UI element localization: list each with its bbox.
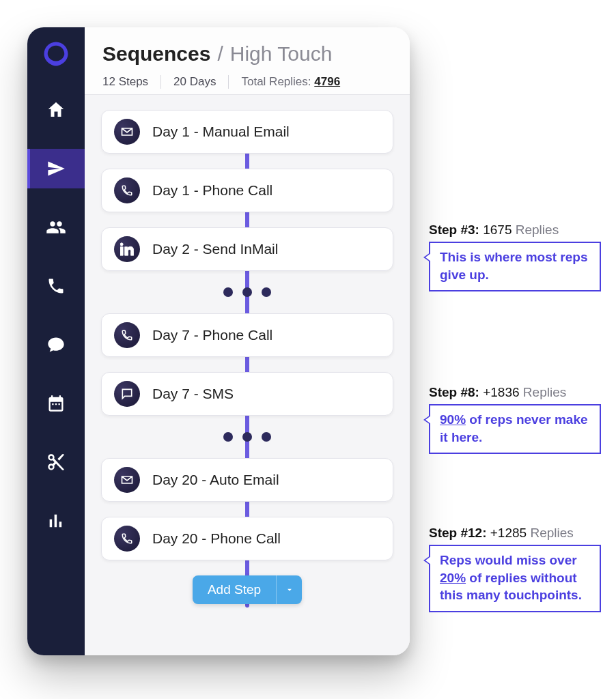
callout-body: 90% of reps never make it here. bbox=[429, 404, 601, 454]
sms-icon bbox=[114, 381, 140, 407]
meta-replies: Total Replies: 4796 bbox=[229, 75, 352, 89]
meta-replies-label: Total Replies: bbox=[241, 75, 311, 88]
phone-icon bbox=[114, 177, 140, 203]
breadcrumb: Sequences / High Touch bbox=[102, 42, 392, 66]
step-card[interactable]: Day 7 - SMS bbox=[101, 372, 393, 416]
step-card[interactable]: Day 2 - Send InMail bbox=[101, 227, 393, 271]
ellipsis-indicator bbox=[101, 287, 393, 297]
step-card[interactable]: Day 7 - Phone Call bbox=[101, 313, 393, 357]
mail-icon bbox=[114, 119, 140, 145]
phone-icon bbox=[114, 526, 140, 552]
step-card[interactable]: Day 1 - Manual Email bbox=[101, 110, 393, 154]
meta-days: 20 Days bbox=[161, 75, 229, 89]
step-card[interactable]: Day 1 - Phone Call bbox=[101, 169, 393, 212]
callout-step-8: Step #8: +1836 Replies 90% of reps never… bbox=[429, 385, 601, 454]
callout-header: Step #8: +1836 Replies bbox=[429, 385, 601, 400]
meta-replies-value[interactable]: 4796 bbox=[314, 75, 340, 88]
step-label: Day 2 - Send InMail bbox=[152, 241, 278, 257]
phone-icon bbox=[114, 322, 140, 348]
callout-header: Step #3: 1675 Replies bbox=[429, 223, 601, 238]
breadcrumb-separator: / bbox=[217, 42, 223, 66]
step-card[interactable]: Day 20 - Phone Call bbox=[101, 517, 393, 560]
breadcrumb-current: High Touch bbox=[230, 42, 333, 66]
app-window: Sequences / High Touch 12 Steps 20 Days … bbox=[27, 27, 410, 655]
add-step-label: Add Step bbox=[193, 575, 276, 604]
breadcrumb-root[interactable]: Sequences bbox=[102, 42, 210, 66]
callout-step-3: Step #3: 1675 Replies This is where most… bbox=[429, 223, 601, 291]
step-label: Day 7 - Phone Call bbox=[152, 327, 272, 343]
sidebar-item-send[interactable] bbox=[27, 149, 85, 188]
sidebar-item-phone[interactable] bbox=[27, 266, 85, 306]
meta-steps: 12 Steps bbox=[102, 75, 161, 89]
sidebar-item-chat[interactable] bbox=[27, 325, 85, 365]
header: Sequences / High Touch 12 Steps 20 Days … bbox=[85, 27, 410, 95]
chevron-down-icon[interactable] bbox=[276, 575, 302, 604]
step-label: Day 20 - Auto Email bbox=[152, 472, 279, 488]
linkedin-icon bbox=[114, 236, 140, 262]
step-card[interactable]: Day 20 - Auto Email bbox=[101, 458, 393, 502]
sidebar bbox=[27, 27, 85, 655]
sidebar-item-analytics[interactable] bbox=[27, 501, 85, 541]
sidebar-item-home[interactable] bbox=[27, 90, 85, 130]
logo-icon bbox=[42, 40, 70, 68]
sidebar-item-scissors[interactable] bbox=[27, 442, 85, 482]
steps-container: Day 1 - Manual Email Day 1 - Phone Call … bbox=[85, 95, 410, 655]
main-panel: Sequences / High Touch 12 Steps 20 Days … bbox=[85, 27, 410, 655]
add-step-button[interactable]: Add Step bbox=[193, 575, 302, 604]
step-label: Day 7 - SMS bbox=[152, 386, 234, 402]
step-label: Day 1 - Phone Call bbox=[152, 182, 272, 199]
callout-step-12: Step #12: +1285 Replies Reps would miss … bbox=[429, 526, 601, 612]
sidebar-item-people[interactable] bbox=[27, 208, 85, 247]
step-label: Day 20 - Phone Call bbox=[152, 530, 281, 547]
ellipsis-indicator bbox=[101, 432, 393, 442]
sequence-meta: 12 Steps 20 Days Total Replies: 4796 bbox=[102, 75, 392, 89]
sidebar-item-calendar[interactable] bbox=[27, 384, 85, 423]
callout-header: Step #12: +1285 Replies bbox=[429, 526, 601, 541]
step-label: Day 1 - Manual Email bbox=[152, 124, 290, 140]
mail-icon bbox=[114, 467, 140, 493]
callout-body: Reps would miss over 20% of replies with… bbox=[429, 545, 601, 612]
callout-body: This is where most reps give up. bbox=[429, 242, 601, 291]
